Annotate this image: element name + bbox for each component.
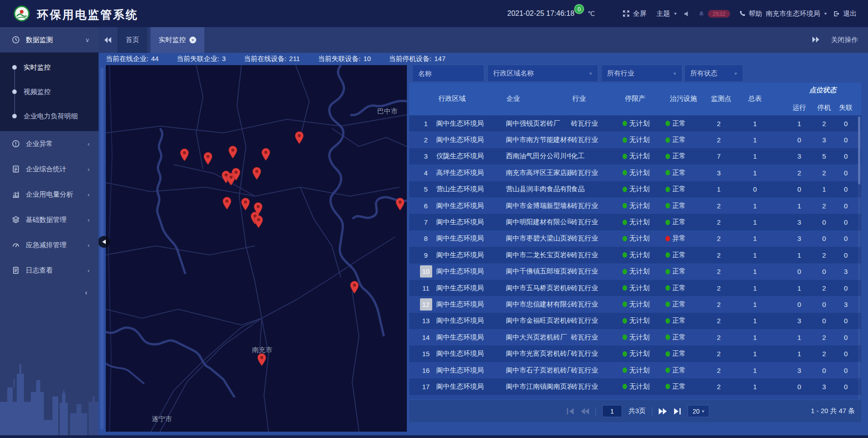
tab-close-icon[interactable]: ✕ [189, 37, 196, 43]
map-pin-icon[interactable] [254, 215, 264, 228]
name-search-input[interactable] [418, 70, 478, 77]
tabs-container: 首页实时监控✕ [118, 27, 208, 53]
table-row[interactable]: 11阆中生态环境局阆中市五马桥页岩机砖砖瓦行业无计划正常21120 [409, 280, 861, 296]
last-page-button[interactable] [673, 408, 681, 414]
table-row[interactable]: 16阆中生态环境局阆中市石子页岩机砖厂砖瓦行业无计划正常21300 [409, 362, 861, 378]
table-row[interactable]: 2阆中生态环境局阆中市南方节能建材有砖瓦行业无计划正常21030 [409, 132, 861, 148]
tab-0[interactable]: 首页 [118, 27, 147, 53]
map-pin-icon[interactable] [349, 280, 359, 294]
industry-cell: 砖瓦行业 [571, 115, 616, 132]
map-pin-icon[interactable] [231, 167, 241, 181]
sidebar-item-5[interactable]: 应急减排管理‹ [0, 232, 99, 258]
meters-cell: 1 [744, 313, 766, 329]
logout-button[interactable]: 退出 [833, 0, 857, 27]
map-pin-icon[interactable] [241, 197, 250, 211]
run-cell: 3 [788, 313, 811, 329]
status-filter-select[interactable]: 所有状态 ∨ [684, 65, 743, 82]
bullet-dot-icon [12, 65, 17, 70]
table-row[interactable]: 15阆中生态环境局阆中市光富页岩机砖厂砖瓦行业无计划正常21120 [409, 345, 861, 362]
table-row[interactable]: 8阆中生态环境局阆中市枣碧大梁山页岩砖瓦行业无计划异常21300 [409, 231, 861, 247]
sidebar-item-3[interactable]: 企业用电量分析‹ [0, 182, 99, 207]
table-scrollbar-thumb[interactable] [858, 117, 860, 184]
map-pin-icon[interactable] [257, 353, 267, 366]
sidebar-subitem-2[interactable]: 企业电力负荷明细 [0, 104, 99, 128]
sidebar-item-label: 企业综合统计 [26, 165, 66, 174]
region-cell: 阆中生态环境局 [436, 280, 503, 296]
fullscreen-label: 全屏 [633, 9, 646, 18]
stat-item-3: 当前失联设备:10 [318, 55, 371, 63]
table-row[interactable]: 13阆中生态环境局阆中市金福旺页岩机砖砖瓦行业无计划正常21300 [409, 313, 861, 329]
sidebar-item-2[interactable]: 企业综合统计‹ [0, 156, 99, 182]
name-filter-input-box[interactable] [412, 65, 484, 82]
map-pin-icon[interactable] [252, 166, 262, 180]
table-row[interactable]: 12阆中生态环境局阆中市忠信建材有限公砖瓦行业无计划正常21003 [409, 296, 861, 312]
map-pin-icon[interactable] [294, 131, 304, 144]
status-dot-green [665, 203, 670, 208]
limit-status-text: 无计划 [629, 366, 650, 375]
sidebar-item-1[interactable]: 企业异常‹ [0, 131, 99, 156]
sound-mute-button[interactable] [684, 0, 690, 27]
pagination-divider [652, 407, 652, 415]
tabs-scroll-right-icon[interactable] [812, 36, 819, 44]
table-row[interactable]: 3仪陇生态环境局西南油气田分公司川中化工无计划正常71350 [409, 148, 861, 165]
sidebar-item-0[interactable]: 数据监测∨ [0, 27, 99, 52]
content-scrollbar[interactable] [100, 68, 104, 429]
map-pin-icon[interactable] [395, 197, 405, 211]
map-pin-icon[interactable] [222, 196, 232, 210]
table-row[interactable]: 4高坪生态环境局南充市高坪区王家店建砖瓦行业无计划正常31220 [409, 165, 861, 181]
table-row[interactable]: 9阆中生态环境局阆中市二龙长宝页岩砖砖瓦行业无计划正常21120 [409, 247, 861, 263]
notification-area[interactable]: 2632 [698, 0, 730, 27]
table-row[interactable]: 6阆中生态环境局阆中市金博瑞新型墙材砖瓦行业无计划正常21120 [409, 198, 861, 214]
facility-status-cell: 正常 [665, 165, 707, 181]
table-row[interactable]: 18南部生态环境局南部县砖瓦建材有限公建材加工无计划正常60060 [409, 395, 861, 399]
help-button[interactable]: 帮助 [739, 0, 762, 27]
next-page-button[interactable] [659, 408, 667, 414]
sidebar-item-4[interactable]: 基础数据管理‹ [0, 207, 99, 232]
top-header-bar: 环保用电监管系统 2021-02-25 17:46:18 0 ℃ 全屏 主题 ▼… [0, 0, 868, 27]
fullscreen-button[interactable]: 全屏 [623, 0, 646, 27]
region-filter-select[interactable]: 行政区域名称 ∨ [487, 65, 598, 82]
row-number: 12 [420, 298, 432, 311]
sidebar-subitem-0[interactable]: 实时监控 [0, 55, 99, 80]
industry-cell: 砖瓦行业 [571, 247, 616, 263]
limit-status-cell: 无计划 [623, 378, 664, 395]
close-operations-button[interactable]: 关闭操作 [831, 36, 858, 44]
org-label: 南充市生态环境局 [766, 9, 820, 18]
map-pin-icon[interactable] [203, 151, 213, 165]
chevron-down-icon: ∨ [701, 409, 704, 413]
facility-status-text: 正常 [672, 316, 686, 325]
sidebar-collapse-chevron-icon[interactable]: ‹ [85, 288, 87, 296]
map-pin-icon[interactable] [261, 147, 271, 161]
table-row[interactable]: 1阆中生态环境局阆中强锐页岩砖厂砖瓦行业无计划正常21120 [409, 115, 861, 132]
map-pin-icon[interactable] [228, 145, 238, 159]
sidebar-subitem-1[interactable]: 视频监控 [0, 80, 99, 104]
panel-collapse-toggle[interactable] [98, 236, 110, 248]
table-row[interactable]: 14阆中生态环境局阆中大兴页岩机砖厂砖瓦行业无计划正常21120 [409, 329, 861, 345]
page-number-input[interactable] [602, 405, 622, 417]
table-row[interactable]: 10阆中生态环境局阆中千佛镇五郎垭页岩砖瓦行业无计划正常21003 [409, 264, 861, 280]
table-row[interactable]: 17阆中生态环境局阆中市江南镇阆南页岩砖瓦行业无计划正常21030 [409, 378, 861, 395]
col-header-lost: 失联 [835, 104, 857, 112]
stop-cell: 0 [813, 264, 835, 280]
facility-status-cell: 正常 [665, 378, 707, 395]
table-row[interactable]: 5营山生态环境局营山县润丰肉食品有限食品无计划正常10010 [409, 181, 861, 198]
map-canvas[interactable]: 巴中市南充市遂宁市 [106, 65, 407, 432]
sidebar-nav: 数据监测∨实时监控视频监控企业电力负荷明细企业异常‹企业综合统计‹企业用电量分析… [0, 27, 99, 438]
theme-button[interactable]: 主题 ▼ [656, 0, 678, 27]
run-cell: 0 [788, 132, 811, 148]
run-cell: 1 [788, 198, 811, 214]
industry-filter-select[interactable]: 所有行业 ∨ [601, 65, 682, 82]
company-cell: 阆中市石子页岩机砖厂 [506, 362, 571, 378]
first-page-button[interactable] [566, 408, 575, 414]
map-pin-icon[interactable] [179, 148, 189, 161]
prev-page-button[interactable] [581, 408, 589, 414]
table-row[interactable]: 7阆中生态环境局阆中明阳建材有限公司砖瓦行业无计划正常21300 [409, 214, 861, 230]
sidebar-item-6[interactable]: 日志查看‹ [0, 258, 99, 283]
tab-1[interactable]: 实时监控✕ [151, 27, 204, 53]
facility-status-cell: 正常 [665, 198, 707, 214]
tabs-scroll-left-icon[interactable] [99, 27, 118, 53]
org-menu-button[interactable]: 南充市生态环境局 ▼ [766, 0, 828, 27]
company-cell: 阆中市忠信建材有限公 [506, 296, 571, 312]
industry-cell: 砖瓦行业 [571, 214, 616, 230]
page-size-select[interactable]: 20 ∨ [688, 405, 709, 417]
